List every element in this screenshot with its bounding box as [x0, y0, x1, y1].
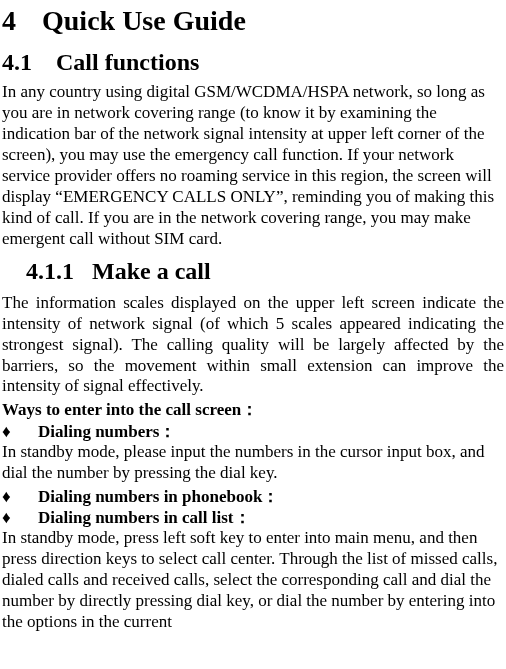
heading-1-title: Quick Use Guide: [42, 5, 246, 36]
bullet-item-2: ♦ Dialing numbers in phonebook：: [2, 486, 504, 507]
diamond-icon: ♦: [2, 486, 38, 507]
paragraph-signal: The information scales displayed on the …: [2, 293, 504, 398]
bullet-text-2: Dialing numbers in phonebook：: [38, 486, 279, 507]
heading-1: 4Quick Use Guide: [2, 4, 504, 38]
paragraph-dialing-numbers: In standby mode, please input the number…: [2, 442, 504, 484]
heading-3-number: 4.1.1: [26, 256, 92, 287]
heading-1-number: 4: [2, 4, 42, 38]
bullet-item-3: ♦ Dialing numbers in call list：: [2, 507, 504, 528]
diamond-icon: ♦: [2, 421, 38, 442]
bullet-text-1: Dialing numbers：: [38, 421, 176, 442]
heading-2-title: Call functions: [56, 49, 199, 75]
heading-2-number: 4.1: [2, 48, 56, 77]
heading-3-title: Make a call: [92, 258, 211, 284]
bullet-text-3: Dialing numbers in call list：: [38, 507, 251, 528]
paragraph-call-list: In standby mode, press left soft key to …: [2, 528, 504, 633]
diamond-icon: ♦: [2, 507, 38, 528]
heading-2: 4.1Call functions: [2, 48, 504, 77]
bullet-item-1: ♦ Dialing numbers：: [2, 421, 504, 442]
paragraph-intro: In any country using digital GSM/WCDMA/H…: [2, 82, 504, 249]
ways-label: Ways to enter into the call screen：: [2, 399, 504, 420]
heading-3: 4.1.1Make a call: [2, 256, 504, 287]
